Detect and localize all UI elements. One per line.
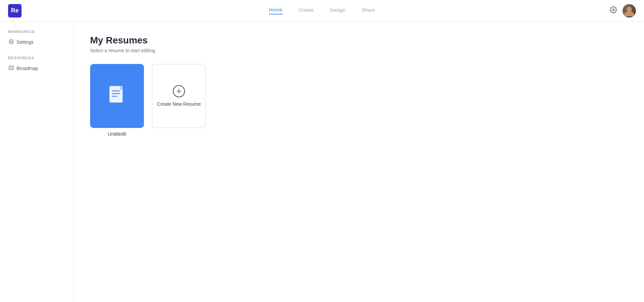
plus-circle-icon — [173, 85, 185, 97]
avatar-image — [622, 4, 636, 18]
resume-grid: Untitled0 Create New Resume — [90, 64, 628, 137]
sidebar-item-broadmap[interactable]: Broadmap — [5, 63, 68, 74]
broadmap-icon — [9, 65, 14, 71]
svg-marker-2 — [9, 66, 14, 70]
create-card-box[interactable]: Create New Resume — [152, 64, 206, 128]
resources-label: RESOURCES — [5, 56, 68, 60]
nav-link-create[interactable]: Create — [299, 7, 314, 14]
workspace-label: WORKSPACE — [5, 30, 68, 34]
nav-link-home[interactable]: Home — [269, 7, 282, 14]
page-title: My Resumes — [90, 35, 628, 46]
resume-card-untitled0[interactable]: Untitled0 — [90, 64, 144, 137]
svg-point-0 — [612, 9, 614, 11]
sidebar: WORKSPACE Settings RESOURCES — [0, 22, 74, 302]
svg-point-1 — [11, 41, 12, 42]
resume-name: Untitled0 — [90, 131, 144, 137]
sidebar-item-settings[interactable]: Settings — [5, 36, 68, 48]
sidebar-resources-section: RESOURCES Broadmap — [5, 56, 68, 74]
nav-link-design[interactable]: Design — [330, 7, 346, 14]
page-subtitle: Select a resume to start editing — [90, 48, 628, 53]
create-new-resume-card[interactable]: Create New Resume — [152, 64, 206, 137]
nav-right — [610, 4, 636, 18]
resume-thumbnail[interactable] — [90, 64, 144, 128]
broadmap-item-label: Broadmap — [16, 66, 38, 71]
nav-links: Home Create Design Share — [269, 7, 375, 14]
top-navigation: Re Home Create Design Share — [0, 0, 644, 22]
create-new-label: Create New Resume — [157, 101, 201, 107]
layout: WORKSPACE Settings RESOURCES — [0, 22, 644, 302]
settings-icon[interactable] — [610, 6, 617, 15]
sidebar-workspace-section: WORKSPACE Settings — [5, 30, 68, 48]
main-content: My Resumes Select a resume to start edit… — [74, 22, 644, 302]
document-icon — [108, 86, 126, 106]
nav-link-share[interactable]: Share — [362, 7, 375, 14]
settings-item-label: Settings — [16, 39, 34, 45]
logo[interactable]: Re — [8, 4, 22, 18]
avatar[interactable] — [622, 4, 636, 18]
settings-sidebar-icon — [9, 39, 14, 45]
logo-badge: Re — [8, 4, 22, 18]
